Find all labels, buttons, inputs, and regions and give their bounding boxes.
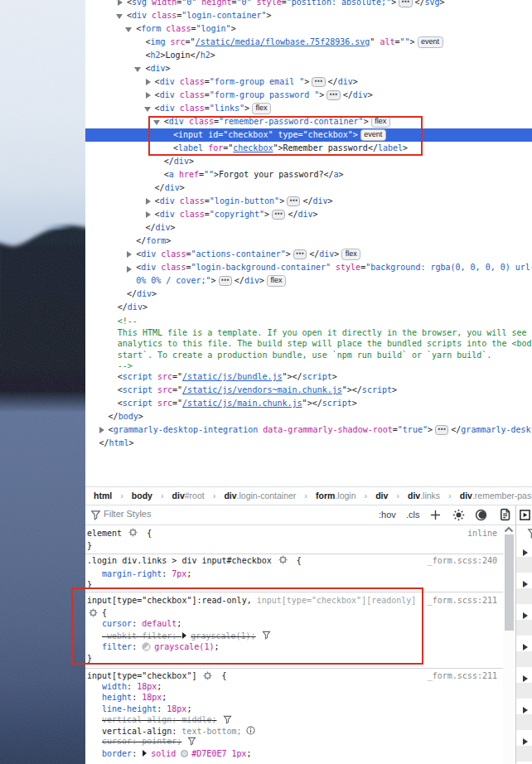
css-declaration[interactable]: line-height: 18px;	[85, 704, 503, 714]
expand-arrow-down-icon[interactable]	[134, 67, 141, 72]
stylesheet-source-link[interactable]: inline	[467, 528, 497, 539]
sidebar-property-row[interactable]	[516, 714, 532, 730]
breadcrumb-item[interactable]: div	[375, 487, 388, 505]
expand-arrow-down-icon[interactable]	[116, 14, 123, 19]
sidebar-property-row[interactable]	[516, 730, 532, 746]
toggle-element-state-button[interactable]: :hov	[379, 510, 396, 520]
expand-arrow-right-icon[interactable]	[99, 427, 104, 433]
breadcrumb-item[interactable]: div.remember-pass	[460, 487, 532, 505]
styles-scrollbar[interactable]	[503, 525, 515, 764]
node-script-main[interactable]: <script src="/static/js/main.chunk.js"><…	[85, 397, 532, 410]
sidebar-property-row[interactable]	[516, 604, 532, 620]
gear-icon[interactable]	[278, 555, 288, 564]
css-declaration[interactable]: height: 18px;	[85, 692, 503, 703]
sidebar-property-row[interactable]	[516, 746, 532, 762]
collapsed-ellipsis-badge[interactable]: ⋯	[435, 425, 448, 435]
node-form-group-email[interactable]: <div class="form-group email ">⋯</div>	[85, 75, 532, 89]
expand-arrow-right-icon[interactable]	[523, 644, 528, 650]
close-div[interactable]: </div>	[85, 221, 532, 235]
breadcrumb-item[interactable]: body	[132, 487, 152, 505]
stylesheet-source-link[interactable]: _form.scss:211	[428, 595, 497, 606]
css-declaration[interactable]: cursor: default;	[85, 618, 503, 629]
expand-arrow-down-icon[interactable]	[153, 120, 160, 125]
scrollbar-thumb[interactable]	[505, 534, 514, 631]
document-icon[interactable]	[499, 508, 512, 521]
selector-text[interactable]: element	[87, 529, 122, 538]
collapsed-ellipsis-badge[interactable]: ⋯	[287, 196, 300, 206]
expand-arrow-right-icon[interactable]	[146, 211, 151, 218]
css-declaration[interactable]: margin-right: 7px;	[85, 568, 503, 579]
styles-filter-input[interactable]: Filter Styles	[104, 509, 151, 519]
node-svg[interactable]: <svg width="0" height="0" style="positio…	[85, 0, 532, 9]
css-declaration[interactable]: vertical-align: text-bottom;	[85, 726, 503, 737]
node-script-bundle[interactable]: <script src="/static/js/bundle.js"></scr…	[85, 370, 532, 384]
selector-text[interactable]: input[type="checkbox"]	[87, 671, 196, 680]
css-declaration[interactable]: filter: grayscale(1);	[85, 641, 503, 652]
collapsed-ellipsis-badge[interactable]: ⋯	[312, 77, 325, 87]
node-html-comment[interactable]: <!--This HTML file is a template. If you…	[85, 314, 532, 370]
shorthand-expand-icon[interactable]	[182, 632, 186, 639]
node-h2-login[interactable]: <h2>Login</h2>	[85, 49, 532, 62]
adorner-badge[interactable]: event	[418, 36, 443, 48]
collapsed-ellipsis-badge[interactable]: ⋯	[293, 249, 307, 259]
scrollbar-up-arrow-icon[interactable]	[504, 526, 514, 533]
css-declaration[interactable]: cursor: pointer;	[85, 736, 503, 747]
gear-icon[interactable]	[128, 528, 138, 537]
node-img-logo[interactable]: <img src="/static/media/flowbase.75f2893…	[85, 36, 532, 49]
gear-icon[interactable]	[203, 671, 212, 680]
sidebar-property-row[interactable]	[516, 667, 532, 683]
node-copyright[interactable]: <div class="copyright">⋯</div>	[85, 208, 532, 221]
close-login-container[interactable]: </div>	[85, 288, 532, 301]
filter-value-swatch[interactable]	[142, 642, 151, 651]
expand-arrow-right-icon[interactable]	[146, 198, 151, 205]
breadcrumb-item[interactable]: html	[94, 487, 112, 505]
breadcrumb-item[interactable]: div.links	[408, 487, 440, 505]
light-theme-sun-icon[interactable]	[452, 509, 465, 521]
node-login-button[interactable]: <div class="login-button">⋯</div>	[85, 195, 532, 208]
expand-arrow-right-icon[interactable]	[127, 266, 132, 273]
node-form-login[interactable]: <form class="login">	[85, 22, 532, 36]
sidebar-property-row[interactable]	[516, 573, 532, 588]
collapsed-ellipsis-badge[interactable]: ⋯	[219, 276, 232, 286]
expand-arrow-right-icon[interactable]	[118, 0, 123, 6]
breadcrumb-item[interactable]: div#root	[172, 487, 205, 505]
adorner-badge[interactable]: event	[360, 129, 386, 141]
expand-arrow-down-icon[interactable]	[125, 27, 132, 32]
expand-arrow-right-icon[interactable]	[146, 79, 151, 85]
close-form-login[interactable]: </form>	[85, 235, 532, 248]
collapsed-ellipsis-badge[interactable]: ⋯	[272, 210, 285, 220]
selector-text[interactable]: input[type="checkbox"][readonly]	[252, 596, 417, 605]
node-login-background-container[interactable]: <div class="login-background-container" …	[85, 261, 532, 288]
node-script-vendors[interactable]: <script src="/static/js/vendors~main.chu…	[85, 384, 532, 397]
breadcrumb-item[interactable]: form.login	[316, 487, 355, 505]
sidebar-property-row[interactable]	[516, 557, 532, 573]
sidebar-property-row[interactable]	[516, 699, 532, 714]
node-div-links[interactable]: <div class="links">flex	[85, 102, 532, 115]
node-form-group-password[interactable]: <div class="form-group password ">⋯</div…	[85, 89, 532, 102]
close-body[interactable]: </body>	[85, 410, 532, 423]
collapsed-ellipsis-badge[interactable]: ⋯	[399, 0, 412, 7]
expand-arrow-right-icon[interactable]	[523, 581, 528, 588]
close-div-links[interactable]: </div>	[85, 181, 532, 195]
gear-icon[interactable]	[89, 608, 98, 617]
adorner-badge[interactable]: flex	[371, 116, 390, 128]
css-declaration[interactable]: -webkit-filter: grayscale(1);	[85, 631, 503, 641]
dark-theme-moon-icon[interactable]	[475, 509, 487, 521]
sidebar-property-row[interactable]	[516, 683, 532, 699]
play-box-icon[interactable]	[520, 510, 530, 520]
node-input-checkbox[interactable]: <input id="checkbox" type="checkbox">eve…	[85, 128, 532, 142]
adorner-badge[interactable]: flex	[267, 275, 286, 287]
new-style-rule-plus-icon[interactable]	[429, 509, 442, 521]
expand-arrow-right-icon[interactable]	[146, 92, 151, 99]
css-declaration[interactable]: width: 18px;	[85, 681, 503, 692]
expand-arrow-right-icon[interactable]	[523, 707, 528, 713]
css-declaration[interactable]: vertical-align: middle;	[85, 714, 503, 725]
info-icon[interactable]	[246, 726, 255, 735]
expand-arrow-right-icon[interactable]	[523, 612, 528, 619]
expand-arrow-down-icon[interactable]	[144, 107, 151, 112]
expand-arrow-right-icon[interactable]	[127, 251, 132, 258]
sidebar-property-row[interactable]	[516, 636, 532, 651]
close-div-root[interactable]: </div>	[85, 301, 532, 314]
close-remember-password-container[interactable]: </div>	[85, 155, 532, 168]
collapsed-ellipsis-badge[interactable]: ⋯	[326, 90, 340, 100]
